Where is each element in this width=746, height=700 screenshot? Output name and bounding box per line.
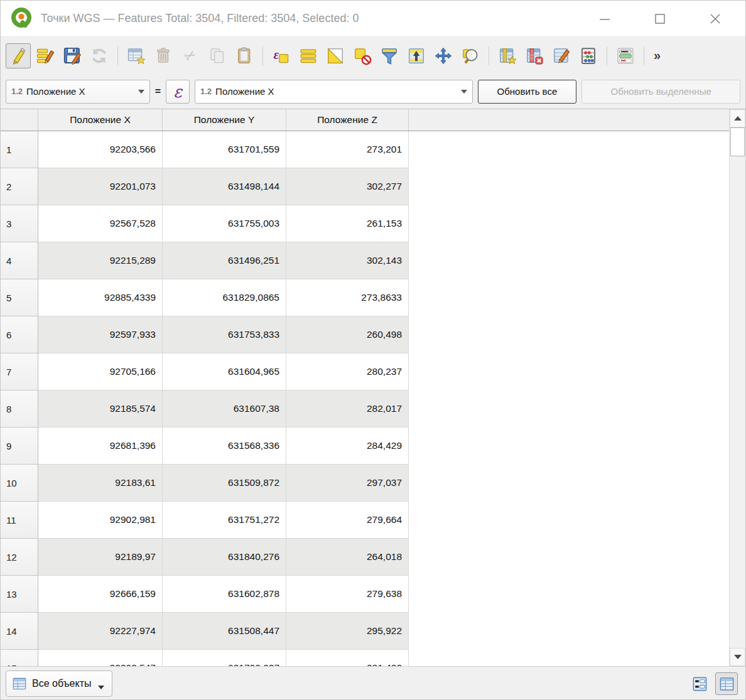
cell-x[interactable]: 92705,166 [38,353,163,390]
cell-x[interactable]: 92185,574 [38,390,163,428]
cell-z[interactable]: 302,277 [286,168,409,205]
invert-selection-button[interactable] [323,43,348,68]
table-row[interactable]: 1192902,981631751,272279,664 [1,502,729,539]
cell-z[interactable]: 279,638 [286,576,409,613]
form-view-button[interactable] [688,672,711,695]
row-number-cell[interactable]: 12 [1,539,38,576]
cell-z[interactable]: 295,922 [286,613,409,650]
cell-x[interactable]: 92183,61 [38,465,163,502]
zoom-to-selection-button[interactable] [458,43,483,68]
cell-x[interactable]: 92902,981 [38,502,163,539]
table-row[interactable]: 592885,4339631829,0865273,8633 [1,279,729,316]
row-number-cell[interactable]: 7 [1,353,38,390]
edit-field-button[interactable] [549,43,574,68]
cell-z[interactable]: 282,017 [286,390,409,428]
cell-x[interactable]: 92885,4339 [38,279,163,316]
multi-edit-button[interactable] [33,43,58,68]
table-row[interactable]: 1492227,974631508,447295,922 [1,613,729,650]
maximize-button[interactable] [646,6,674,31]
cell-x[interactable]: 92189,97 [38,539,163,576]
cell-y[interactable]: 631829,0865 [163,279,286,316]
row-number-cell[interactable]: 1 [1,131,38,168]
row-number-cell[interactable]: 4 [1,242,38,279]
deselect-all-button[interactable] [350,43,375,68]
pan-to-selection-button[interactable] [431,43,456,68]
table-row[interactable]: 1392666,159631602,878279,638 [1,576,729,613]
row-number-cell[interactable]: 9 [1,428,38,465]
cell-y[interactable]: 631602,878 [163,576,286,613]
cell-x[interactable]: 92203,547 [38,650,163,666]
cell-x[interactable]: 92567,528 [38,205,163,242]
cell-z[interactable]: 273,8633 [286,279,409,316]
table-row[interactable]: 992681,396631568,336284,429 [1,428,729,465]
row-number-cell[interactable]: 5 [1,279,38,316]
cell-z[interactable]: 284,429 [286,428,409,465]
cell-x[interactable]: 92227,974 [38,613,163,650]
conditional-formatting-button[interactable] [613,43,638,68]
copy-button[interactable] [205,43,230,68]
cell-y[interactable]: 631701,559 [163,131,286,168]
cell-y[interactable]: 631604,965 [163,353,286,390]
reload-table-button[interactable] [87,43,112,68]
cell-y[interactable]: 631753,833 [163,316,286,353]
cell-x[interactable]: 92597,933 [38,316,163,353]
select-by-expression-button[interactable]: ε [269,43,294,68]
cell-z[interactable]: 297,037 [286,465,409,502]
table-row[interactable]: 292201,073631498,144302,277 [1,168,729,205]
cell-x[interactable]: 92203,566 [38,131,163,168]
row-number-cell[interactable]: 13 [1,576,38,613]
select-by-form-button[interactable] [377,43,402,68]
cell-y[interactable]: 631751,272 [163,502,286,539]
vertical-scrollbar[interactable] [729,109,745,666]
cell-y[interactable]: 631496,251 [163,242,286,279]
cell-z[interactable]: 261,153 [286,205,409,242]
cell-z[interactable]: 273,201 [286,131,409,168]
corner-select-all-cell[interactable] [1,109,38,131]
cell-z[interactable]: 264,018 [286,539,409,576]
row-number-cell[interactable]: 10 [1,465,38,502]
cell-y[interactable]: 631509,872 [163,465,286,502]
row-number-cell[interactable]: 15 [1,650,38,666]
table-row[interactable]: 792705,166631604,965280,237 [1,353,729,390]
field-calculator-button[interactable] [576,43,601,68]
cell-z[interactable]: 281,432 [286,650,409,666]
update-all-button[interactable]: Обновить все [478,80,577,104]
cell-y[interactable]: 631508,447 [163,613,286,650]
toolbar-overflow-button[interactable]: » [651,48,662,63]
scrollbar-thumb[interactable] [730,127,745,156]
table-row[interactable]: 1292189,97631840,276264,018 [1,539,729,576]
row-number-cell[interactable]: 3 [1,205,38,242]
column-header-x[interactable]: Положение X [38,109,163,131]
table-row[interactable]: 892185,574631607,38282,017 [1,390,729,428]
update-selected-button[interactable]: Обновить выделенные [581,80,740,104]
cell-y[interactable]: 631607,38 [163,390,286,428]
cell-y[interactable]: 631700,037 [163,650,286,666]
table-row[interactable]: 492215,289631496,251302,143 [1,242,729,279]
cell-y[interactable]: 631498,144 [163,168,286,205]
cell-z[interactable]: 280,237 [286,353,409,390]
column-header-y[interactable]: Положение Y [163,109,286,131]
cell-y[interactable]: 631568,336 [163,428,286,465]
toggle-editing-button[interactable] [6,43,31,68]
delete-selected-button[interactable] [151,43,176,68]
row-number-cell[interactable]: 6 [1,316,38,353]
table-row[interactable]: 392567,528631755,003261,153 [1,205,729,242]
scrollbar-track[interactable] [730,127,745,648]
chevron-down-icon[interactable] [461,90,467,94]
minimize-button[interactable] [591,6,619,31]
field-selector-dropdown[interactable]: 1.2 Положение X [6,80,150,104]
row-number-cell[interactable]: 2 [1,168,38,205]
cut-button[interactable]: ✂ [178,43,203,68]
move-selection-to-top-button[interactable] [404,43,429,68]
delete-field-button[interactable] [522,43,547,68]
cell-y[interactable]: 631755,003 [163,205,286,242]
cell-z[interactable]: 260,498 [286,316,409,353]
scroll-down-button[interactable] [730,648,745,666]
cell-x[interactable]: 92215,289 [38,242,163,279]
expression-builder-button[interactable]: ε [166,80,190,104]
add-feature-button[interactable] [124,43,149,68]
column-header-z[interactable]: Положение Z [286,109,409,131]
scroll-up-button[interactable] [730,109,745,127]
row-number-cell[interactable]: 11 [1,502,38,539]
save-edits-button[interactable] [60,43,85,68]
